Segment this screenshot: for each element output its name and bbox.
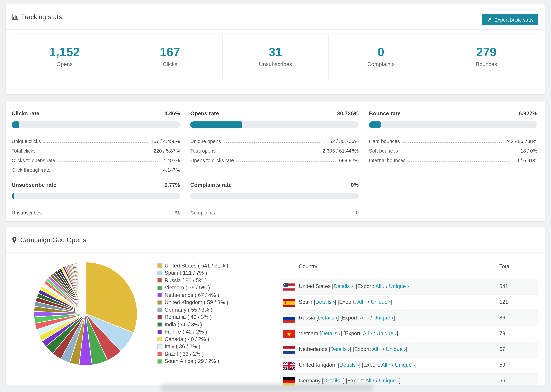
geo-card-header: Campaign Geo Opens: [6, 227, 545, 253]
legend-item[interactable]: Canada ( 40 / 2% ): [157, 336, 228, 343]
rates-card: Clicks rate4.46%Unique clicks167 / 4.456…: [6, 101, 545, 222]
rate-stat-value: 19 / 6.81%: [514, 158, 537, 164]
legend-item[interactable]: United Kingdom ( 59 / 3% ): [157, 299, 228, 306]
summary-stat-label: Clicks: [163, 61, 177, 67]
rate-stat-row: Click through rate4.147%: [12, 164, 180, 174]
geo-table-row: Germany [Details ›] [Export: All › / Uni…: [280, 373, 538, 386]
geo-row-total: 121: [499, 299, 508, 305]
export-all-link[interactable]: All ›: [381, 362, 390, 368]
summary-stats-row: 1,152Opens167Clicks31Unsubscribes0Compla…: [12, 34, 539, 79]
summary-stat-box: 167Clicks: [117, 34, 223, 79]
dotted-leader: [408, 161, 511, 162]
rate-stat-label: Unsubscribes: [12, 210, 42, 217]
legend-item[interactable]: Italy ( 36 / 2% ): [157, 343, 228, 350]
summary-stat-value: 279: [476, 45, 497, 59]
geo-row-country: Germany [Details ›] [Export: All › / Uni…: [299, 378, 400, 384]
export-all-link[interactable]: All ›: [357, 299, 366, 305]
legend-label: United Kingdom ( 59 / 3% ): [165, 300, 228, 306]
details-link[interactable]: Details ›: [318, 315, 338, 321]
export-unique-link[interactable]: Unique ›: [373, 315, 393, 321]
legend-item[interactable]: Netherlands ( 67 / 4% ): [157, 291, 228, 299]
legend-item[interactable]: Germany ( 55 / 3% ): [157, 306, 228, 314]
details-link[interactable]: Details ›: [339, 362, 359, 368]
rates-grid: Clicks rate4.46%Unique clicks167 / 4.456…: [6, 101, 545, 217]
legend-color-marker: [157, 337, 162, 342]
rate-stat-value: 220 / 5.87%: [154, 148, 180, 155]
rate-stat-value: 31: [175, 210, 180, 217]
summary-stat-label: Bounces: [476, 61, 497, 67]
legend-color-marker: [157, 352, 162, 356]
dotted-leader: [44, 214, 172, 214]
rate-stat-row: Unique clicks167 / 4.456%: [12, 135, 180, 145]
rate-stat-row: Total opens2,303 / 61.446%: [190, 145, 359, 155]
geo-table-row: United Kingdom [Details ›] [Export: All …: [280, 357, 538, 373]
rate-stat-label: Hard bounces: [369, 139, 400, 145]
export-unique-link[interactable]: Unique ›: [389, 283, 409, 289]
export-all-link[interactable]: All ›: [372, 346, 381, 352]
export-all-link[interactable]: All ›: [363, 330, 372, 336]
rate-stat-value: 167 / 4.456%: [151, 139, 180, 145]
export-unique-link[interactable]: Unique ›: [376, 330, 396, 336]
legend-label: Russia ( 86 / 5% ): [165, 277, 207, 284]
legend-item[interactable]: Russia ( 86 / 5% ): [157, 277, 228, 284]
geo-pie-chart[interactable]: [33, 261, 139, 367]
legend-color-marker: [157, 315, 162, 320]
bottom-blur-overlay: [161, 384, 373, 392]
legend-item[interactable]: Vietnam ( 79 / 5% ): [157, 284, 228, 291]
export-all-link[interactable]: All ›: [375, 283, 384, 289]
legend-color-marker: [157, 322, 162, 327]
geo-row-total: 541: [499, 283, 508, 289]
export-button-label: Export basic stats: [494, 17, 534, 22]
rate-stat-label: Click through rate: [12, 167, 50, 174]
legend-color-marker: [157, 286, 162, 290]
rate-stat-value: 0: [356, 210, 359, 217]
export-all-link[interactable]: All ›: [360, 315, 369, 321]
geo-table-header: Country Total: [280, 253, 538, 279]
legend-label: Romania ( 49 / 3% ): [165, 314, 212, 320]
dotted-leader: [237, 161, 336, 162]
rate-progress-fill: [190, 121, 242, 128]
rate-block: Bounce rate6.927%Hard bounces242 / 86.73…: [369, 111, 537, 174]
legend-item[interactable]: Brazil ( 33 / 2% ): [157, 350, 228, 358]
summary-stat-value: 31: [269, 45, 282, 59]
export-icon: [487, 17, 492, 22]
rate-stat-row: Hard bounces242 / 86.738%: [369, 135, 537, 145]
legend-color-marker: [157, 300, 162, 305]
geo-row-country: Netherlands [Details ›] [Export: All › /…: [299, 346, 407, 352]
dotted-leader: [218, 214, 353, 214]
export-unique-link[interactable]: Unique ›: [395, 362, 415, 368]
tracking-stats-card: Tracking stats Export basic stats 1,152O…: [6, 4, 545, 95]
geo-row-country: Vietnam [Details ›] [Export: All › / Uni…: [299, 330, 398, 336]
export-unique-link[interactable]: Unique ›: [371, 299, 391, 305]
export-unique-link[interactable]: Unique ›: [386, 346, 406, 352]
legend-item[interactable]: United States ( 541 / 31% ): [157, 262, 228, 269]
details-link[interactable]: Details ›: [321, 330, 340, 336]
legend-label: United States ( 541 / 31% ): [165, 263, 228, 269]
rate-stat-label: Unique clicks: [12, 139, 41, 145]
legend-label: Netherlands ( 67 / 4% ): [165, 292, 219, 298]
details-link[interactable]: Details ›: [330, 346, 350, 352]
rate-progress-fill: [12, 193, 14, 199]
rate-stat-label: Internal bounces: [369, 158, 406, 164]
export-all-link[interactable]: All ›: [365, 378, 374, 384]
rate-progress-bar: [12, 193, 180, 199]
dotted-leader: [401, 152, 518, 152]
legend-item[interactable]: South Africa ( 29 / 2% ): [157, 358, 228, 365]
rate-stat-row: Total clicks220 / 5.87%: [12, 145, 180, 155]
column-header-total: Total: [499, 263, 511, 270]
legend-item[interactable]: Spain ( 121 / 7% ): [157, 269, 228, 277]
dotted-leader: [224, 142, 320, 143]
export-basic-stats-button[interactable]: Export basic stats: [482, 14, 538, 25]
geo-row-country: United States [Details ›] [Export: All ›…: [299, 283, 410, 289]
details-link[interactable]: Details ›: [315, 299, 335, 305]
details-link[interactable]: Details ›: [333, 283, 353, 289]
rate-progress-fill: [12, 121, 19, 128]
legend-label: Canada ( 40 / 2% ): [165, 336, 209, 343]
legend-item[interactable]: Romania ( 49 / 3% ): [157, 314, 228, 321]
legend-item[interactable]: France ( 42 / 2% ): [157, 328, 228, 336]
details-link[interactable]: Details ›: [324, 378, 343, 384]
legend-label: Spain ( 121 / 7% ): [165, 270, 207, 276]
rate-title: Unsubscribe rate: [12, 182, 56, 188]
legend-item[interactable]: India ( 46 / 3% ): [157, 321, 228, 328]
export-unique-link[interactable]: Unique ›: [379, 378, 399, 384]
